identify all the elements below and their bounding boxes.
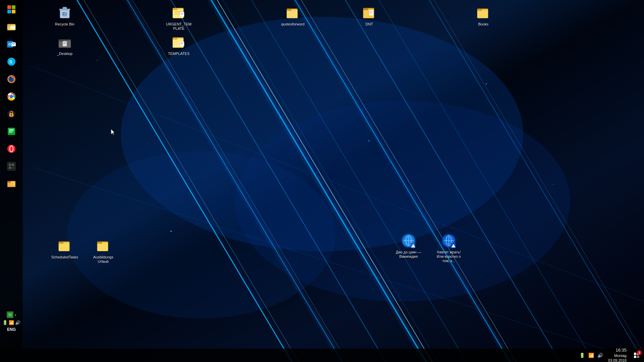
desktop-icon-scheduled-tasks[interactable]: ScheduledTasks	[50, 236, 80, 261]
sidebar-item-file-explorer[interactable]	[3, 19, 19, 35]
desktop-icon-books[interactable]: Books	[468, 3, 498, 28]
svg-rect-56	[9, 129, 14, 130]
quotesforword-icon	[285, 5, 301, 21]
svg-rect-128	[637, 356, 639, 358]
desktop-icon-templates[interactable]: TEMPLATES	[164, 33, 194, 57]
sidebar-item-opera[interactable]	[3, 141, 19, 157]
svg-rect-111	[59, 242, 63, 244]
svg-rect-86	[287, 9, 291, 11]
sidebar-item-skype[interactable]: S	[3, 54, 19, 70]
svg-rect-99	[59, 40, 63, 42]
svg-rect-69	[11, 181, 15, 185]
svg-text:♻: ♻	[62, 11, 66, 16]
svg-rect-105	[173, 38, 177, 40]
language-indicator[interactable]: ENG	[7, 327, 16, 332]
svg-rect-31	[12, 5, 15, 9]
sidebar: O S	[0, 0, 23, 349]
svg-rect-36	[7, 24, 11, 26]
clock-day: Montag	[614, 353, 627, 358]
svg-rect-113	[97, 243, 108, 251]
sidebar-running-app-indicator[interactable]	[7, 311, 13, 318]
sidebar-expand-arrow[interactable]: ›	[15, 312, 16, 317]
svg-rect-68	[7, 181, 11, 183]
recycle-bin-label: Recycle Bin	[55, 22, 74, 26]
sidebar-system-icons-row: 🔋 📶 🔊	[2, 320, 20, 325]
sidebar-item-evernote[interactable]	[3, 123, 19, 139]
svg-rect-101	[63, 42, 66, 43]
desktop-icon-desktop-folder[interactable]: _Desktop	[50, 33, 80, 57]
sidebar-item-firefox[interactable]	[3, 71, 19, 87]
svg-rect-108	[181, 44, 183, 44]
books-icon	[475, 5, 491, 21]
svg-rect-55	[8, 128, 15, 135]
svg-rect-95	[477, 10, 488, 18]
dnt-label: DNT	[366, 22, 373, 26]
svg-rect-71	[9, 314, 11, 316]
svg-point-51	[10, 95, 13, 98]
svg-rect-32	[7, 10, 11, 13]
svg-rect-102	[63, 43, 65, 44]
svg-rect-30	[7, 5, 11, 9]
desktop-icon-quotesforword[interactable]: quotesforword	[278, 3, 308, 28]
svg-text:S: S	[9, 59, 12, 64]
dnt-icon	[361, 5, 377, 21]
desktop-area: ♻ Recycle Bin URGENT_TEMPLATE	[23, 0, 644, 349]
tray-sound-icon[interactable]: 🔊	[596, 353, 604, 358]
svg-rect-77	[173, 8, 177, 10]
tray-battery-icon[interactable]: 🔋	[578, 353, 586, 358]
svg-rect-90	[369, 10, 373, 15]
taskbar: 🔋 📶 🔊 16:35 Montag 03.09.2018 1	[0, 349, 644, 362]
scheduled-tasks-label: ScheduledTasks	[51, 255, 78, 259]
taskbar-clock[interactable]: 16:35 Montag 03.09.2018	[605, 348, 629, 362]
action-center-button[interactable]: 1	[631, 349, 643, 361]
svg-rect-33	[12, 10, 15, 13]
desktop-icon-khvatit[interactable]: Хватит жрать! Или коротко о том, к...	[430, 231, 467, 265]
clock-date: 03.09.2018	[608, 358, 627, 362]
ausbildungs-urlaub-label: Ausbildungs Urlaub	[90, 255, 117, 264]
templates-label: TEMPLATES	[168, 52, 190, 56]
sidebar-item-app-unknown1[interactable]	[3, 158, 19, 174]
sidebar-bottom-section: › 🔋 📶 🔊 ENG	[0, 311, 23, 332]
sidebar-item-start[interactable]	[3, 1, 19, 17]
khvatit-icon	[441, 233, 457, 249]
clock-time: 16:35	[615, 348, 627, 353]
svg-rect-89	[363, 8, 368, 10]
svg-rect-96	[477, 9, 482, 11]
svg-rect-40	[10, 26, 15, 29]
svg-rect-73	[59, 9, 70, 10]
sidebar-item-outlook[interactable]: O	[3, 36, 19, 52]
svg-rect-92	[370, 12, 372, 13]
notification-badge: 1	[637, 350, 642, 355]
dao-de-jing-icon	[400, 233, 417, 249]
tray-wifi-icon[interactable]: 📶	[587, 353, 595, 358]
battery-icon: 🔋	[2, 320, 8, 325]
desktop-folder-icon	[57, 34, 73, 50]
svg-rect-127	[634, 356, 636, 358]
desktop-icon-urgent-template[interactable]: URGENT_TEMPLATE	[164, 3, 194, 32]
urgent-template-label: URGENT_TEMPLATE	[165, 22, 193, 31]
system-tray: 🔋 📶 🔊 16:35 Montag 03.09.2018 1	[578, 349, 644, 362]
svg-point-54	[11, 114, 12, 116]
ausbildungs-urlaub-icon	[95, 238, 111, 254]
desktop-icon-dao-de-jing[interactable]: Дао дэ цзин — Википедия	[390, 231, 427, 260]
desktop-icon-dnt[interactable]: DNT	[354, 3, 384, 28]
desktop-icon-ausbildungs-urlaub[interactable]: Ausbildungs Urlaub	[88, 236, 118, 265]
sidebar-item-app-unknown2[interactable]	[3, 176, 19, 192]
svg-rect-125	[634, 353, 636, 355]
recycle-bin-icon: ♻	[57, 5, 73, 21]
templates-icon	[171, 34, 187, 50]
svg-rect-63	[12, 164, 14, 166]
desktop-icon-recycle-bin[interactable]: ♻ Recycle Bin	[50, 3, 80, 28]
svg-rect-65	[12, 167, 14, 169]
svg-rect-78	[175, 11, 183, 12]
sidebar-item-keeper[interactable]	[3, 106, 19, 122]
sound-icon: 🔊	[15, 320, 20, 325]
svg-rect-57	[9, 130, 14, 131]
sidebar-item-chrome[interactable]	[3, 88, 19, 105]
svg-rect-61	[7, 162, 15, 170]
svg-rect-64	[9, 167, 11, 169]
urgent-template-icon	[171, 5, 187, 21]
dao-de-jing-label: Дао дэ цзин — Википедия	[394, 250, 423, 259]
svg-rect-58	[9, 132, 12, 132]
taskbar-running-apps	[23, 349, 24, 362]
